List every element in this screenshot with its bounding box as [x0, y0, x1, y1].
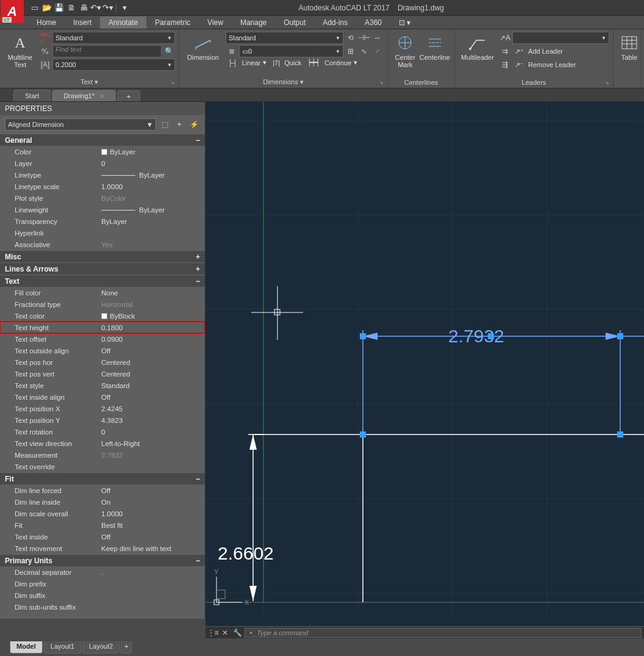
prop-row[interactable]: Text offset0.0900 [0, 333, 205, 345]
quick-select-icon[interactable]: ⚡ [188, 118, 200, 131]
prop-value[interactable]: 0.0900 [99, 336, 205, 343]
layout-tab-add[interactable]: + [121, 641, 132, 654]
layout-tab-layout2[interactable]: Layout2 [82, 641, 120, 654]
undo-icon[interactable]: ↶▾ [90, 2, 101, 13]
text-style-combo[interactable]: Standard▼ [52, 32, 175, 44]
dim-style-combo[interactable]: Standard▼ [226, 32, 343, 44]
saveas-icon[interactable]: 🗎 [66, 2, 77, 13]
prop-value[interactable]: ByLayer [99, 171, 205, 179]
prop-row[interactable]: Text position Y4.3823 [0, 414, 205, 426]
leader-style-icon[interactable]: ↗A [499, 32, 511, 44]
tab-insert[interactable]: Insert [65, 16, 100, 29]
prop-row[interactable]: Dim line forcedOff [0, 485, 205, 496]
tab-view[interactable]: View [199, 16, 232, 29]
tab-manage[interactable]: Manage [232, 16, 275, 29]
find-icon[interactable]: ᴬ⁄ₐ [39, 45, 51, 57]
prop-value[interactable]: ByLayer [99, 206, 205, 214]
quick-dim-button[interactable]: |7| Quick [270, 59, 304, 67]
prop-row[interactable]: LinetypeByLayer [0, 169, 205, 181]
dim-break-icon[interactable]: ⊣⊢ [358, 32, 370, 44]
leader-collect-icon[interactable]: ⇶ [499, 59, 511, 71]
dim-panel-launcher[interactable]: ↘ [379, 80, 384, 85]
save-icon[interactable]: 💾 [54, 2, 65, 13]
prop-value[interactable]: Off [99, 347, 205, 355]
select-objects-icon[interactable]: + [173, 118, 185, 131]
cmd-customize-icon[interactable]: 🔧 [232, 628, 242, 638]
prop-value[interactable]: On [99, 499, 205, 506]
prop-row[interactable]: Dim suffix [0, 589, 205, 601]
prop-section-general[interactable]: General− [0, 134, 205, 146]
prop-value[interactable]: . [99, 569, 205, 576]
tab-addins[interactable]: Add-ins [314, 16, 356, 29]
multileader-button[interactable]: Multileader [459, 31, 496, 71]
close-icon[interactable]: ✕ [99, 93, 104, 99]
prop-section-text[interactable]: Text− [0, 275, 205, 287]
doc-tab-start[interactable]: Start [13, 90, 51, 101]
add-leader-button[interactable]: ↗⁺ Add Leader [512, 45, 609, 57]
dim-update-icon[interactable]: ⟲ [345, 32, 357, 44]
prop-row[interactable]: Text view directionLeft-to-Right [0, 438, 205, 449]
prop-value[interactable]: Standard [99, 382, 205, 389]
prop-value[interactable]: ByLayer [99, 218, 205, 225]
prop-value[interactable]: Off [99, 394, 205, 401]
dim-layer-combo[interactable]: ▭ 0▼ [239, 45, 343, 57]
prop-row[interactable]: Text outside alignOff [0, 345, 205, 356]
continue-dim-button[interactable]: ┝┿┥ Continue ▾ [305, 59, 360, 67]
prop-row[interactable]: Hyperlink [0, 227, 205, 239]
tab-parametric[interactable]: Parametric [146, 16, 199, 29]
cmd-close-icon[interactable]: ✕ [220, 628, 230, 638]
dim-oblique-icon[interactable]: ⟋ [371, 45, 384, 57]
tab-extra[interactable]: ⊡ ▾ [390, 16, 419, 29]
toggle-pickadd-icon[interactable]: ⬚ [159, 118, 171, 131]
prop-value[interactable]: Keep dim line with text [99, 545, 205, 552]
tab-annotate[interactable]: Annotate [100, 16, 146, 29]
prop-value[interactable]: Horizontal [99, 301, 205, 308]
doc-tab-drawing1[interactable]: Drawing1*✕ [52, 90, 116, 101]
dim-override-icon[interactable]: ⊞ [345, 45, 357, 57]
prop-row[interactable]: Text movementKeep dim line with text [0, 542, 205, 554]
dim-jogged-icon[interactable]: ∿ [358, 45, 370, 57]
qat-dropdown-icon[interactable]: ▾ [119, 2, 130, 13]
prop-row[interactable]: AssociativeYes [0, 239, 205, 250]
prop-row[interactable]: Text position X2.4245 [0, 403, 205, 414]
text-height-icon[interactable]: [A] [39, 59, 51, 71]
prop-value[interactable]: ByBlock [99, 312, 205, 320]
table-button[interactable]: Table [617, 31, 642, 61]
prop-row[interactable]: Text styleStandard [0, 380, 205, 391]
prop-row[interactable]: Measurement2.7932 [0, 449, 205, 461]
dim-layer-icon[interactable]: ≣ [226, 45, 238, 57]
prop-row[interactable]: Fill colorNone [0, 287, 205, 298]
multiline-text-button[interactable]: A Multiline Text [4, 31, 37, 71]
prop-row[interactable]: Dim line insideOn [0, 496, 205, 508]
prop-value[interactable]: 1.0000 [99, 510, 205, 517]
prop-row[interactable]: Dim prefix [0, 578, 205, 589]
prop-section-misc[interactable]: Misc+ [0, 250, 205, 262]
prop-row[interactable]: Text rotation0 [0, 426, 205, 438]
prop-value[interactable]: 0 [99, 160, 205, 167]
prop-value[interactable]: Centered [99, 359, 205, 366]
find-go-icon[interactable]: 🔍 [163, 45, 175, 57]
layout-tab-layout1[interactable]: Layout1 [44, 641, 81, 654]
dimension-button[interactable]: Dimension [183, 31, 223, 67]
drawing-canvas[interactable]: 2.79322.6602XY [206, 102, 644, 636]
prop-value[interactable]: Off [99, 533, 205, 541]
prop-row[interactable]: TransparencyByLayer [0, 215, 205, 227]
tab-a360[interactable]: A360 [356, 16, 390, 29]
cmd-menu-icon[interactable]: ⋮≡ [208, 628, 218, 638]
prop-row[interactable]: Text height0.1800 [0, 322, 205, 333]
prop-section-fit[interactable]: Fit− [0, 472, 205, 485]
center-mark-button[interactable]: Center Mark [392, 31, 419, 68]
prop-value[interactable]: 4.3823 [99, 417, 205, 424]
leader-panel-launcher[interactable]: ↘ [605, 80, 609, 85]
selection-type-combo[interactable]: Aligned Dimension▼ [5, 118, 156, 131]
centerline-button[interactable]: Centerline [419, 31, 451, 68]
prop-row[interactable]: LineweightByLayer [0, 204, 205, 215]
prop-row[interactable]: Layer0 [0, 157, 205, 169]
prop-value[interactable]: Yes [99, 241, 205, 248]
abc-check-icon[interactable]: ABC✓ [39, 32, 51, 44]
prop-row[interactable]: Text override [0, 461, 205, 472]
prop-row[interactable]: Plot styleByColor [0, 192, 205, 204]
leader-style-combo[interactable]: ▼ [512, 32, 609, 44]
prop-row[interactable]: Fractional typeHorizontal [0, 298, 205, 310]
redo-icon[interactable]: ↷▾ [102, 2, 113, 13]
